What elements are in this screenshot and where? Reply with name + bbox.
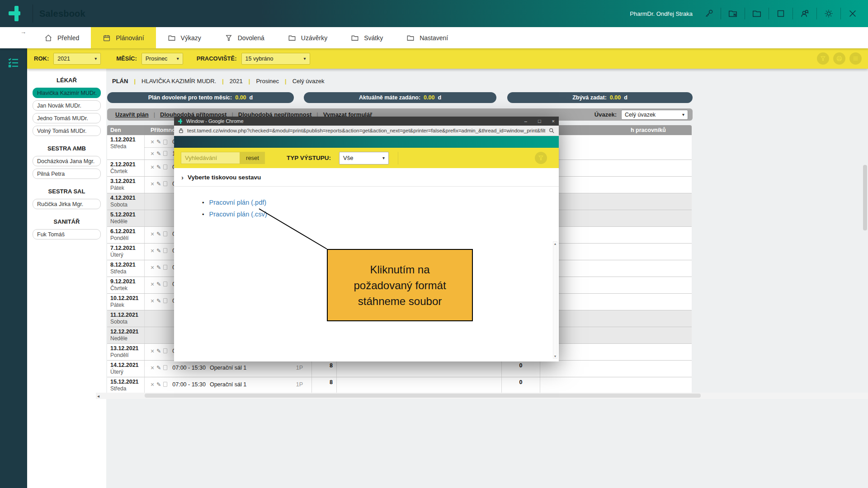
staff-item[interactable]: Jedno Tomáš MUDr. xyxy=(33,113,101,123)
staff-item[interactable]: Jan Novák MUDr. xyxy=(33,100,101,111)
output-type-select[interactable]: Vše▾ xyxy=(339,152,389,164)
folder-n-icon[interactable]: N xyxy=(727,8,738,19)
staff-item[interactable]: Hlavička Kazimír MUDr. xyxy=(33,88,101,98)
year-label: ROK: xyxy=(34,55,49,62)
year-select[interactable]: 2021▾ xyxy=(53,53,101,65)
note-icon[interactable] xyxy=(163,298,167,303)
delete-entry-icon[interactable]: × xyxy=(151,139,154,145)
delete-entry-icon[interactable]: × xyxy=(151,231,154,237)
popup-search-input[interactable]: Vyhledávání xyxy=(181,152,240,164)
popup-scrollbar[interactable]: ▲ ▼ xyxy=(553,241,557,359)
edit-entry-icon[interactable]: ✎ xyxy=(156,248,161,253)
delete-entry-icon[interactable]: × xyxy=(151,264,154,271)
edit-entry-icon[interactable]: ✎ xyxy=(156,164,161,170)
tab-uzaverky[interactable]: Uzávěrky xyxy=(276,27,339,48)
vertical-scrollbar-thumb[interactable] xyxy=(863,165,867,230)
row-dayname: Pondělí xyxy=(110,352,144,358)
tab-dovolena[interactable]: Dovolená xyxy=(213,27,276,48)
vertical-scrollbar[interactable] xyxy=(863,51,867,394)
note-icon[interactable] xyxy=(163,140,167,145)
report-section-header[interactable]: › Vyberte tiskovou sestavu xyxy=(174,168,559,187)
note-icon[interactable] xyxy=(163,181,167,186)
note-icon[interactable] xyxy=(163,382,167,387)
tab-svatky[interactable]: Svátky xyxy=(339,27,395,48)
scroll-down-icon[interactable]: ▼ xyxy=(554,355,557,358)
note-icon[interactable] xyxy=(163,231,167,236)
popup-funnel-button[interactable] xyxy=(535,152,547,164)
delete-entry-icon[interactable]: × xyxy=(151,298,154,304)
staff-item[interactable]: Ručička Jirka Mgr. xyxy=(33,199,101,209)
edit-entry-icon[interactable]: ✎ xyxy=(156,365,161,371)
scroll-left-icon[interactable]: ◂ xyxy=(97,394,99,399)
delete-entry-icon[interactable]: × xyxy=(151,381,154,388)
edit-entry-icon[interactable]: ✎ xyxy=(156,231,161,237)
horizontal-scrollbar[interactable]: ◂ xyxy=(96,393,868,399)
checklist-icon[interactable] xyxy=(6,56,21,70)
tab-prehled[interactable]: Přehled xyxy=(33,27,91,48)
edit-entry-icon[interactable]: ✎ xyxy=(156,181,161,187)
tab-planovani[interactable]: Plánování xyxy=(91,27,156,48)
tab-vykazy[interactable]: Výkazy xyxy=(156,27,213,48)
delete-entry-icon[interactable]: × xyxy=(151,281,154,287)
staff-item[interactable]: Fuk Tomáš xyxy=(33,229,101,239)
edit-entry-icon[interactable]: ✎ xyxy=(156,382,161,387)
month-select[interactable]: Prosinec▾ xyxy=(142,53,183,65)
delete-entry-icon[interactable]: × xyxy=(151,164,154,170)
window-icon[interactable] xyxy=(775,8,786,19)
edit-entry-icon[interactable]: ✎ xyxy=(156,348,161,354)
close-icon[interactable] xyxy=(847,8,858,19)
delete-entry-icon[interactable]: × xyxy=(151,248,154,254)
presence-cell[interactable]: ×✎07:00 - 15:30Operační sál 11P xyxy=(145,361,312,377)
edit-entry-icon[interactable]: ✎ xyxy=(156,282,161,287)
scroll-up-icon[interactable]: ▲ xyxy=(554,242,557,245)
reset-button[interactable]: reset xyxy=(240,152,265,164)
print-button[interactable] xyxy=(833,52,845,65)
pdf-report-link[interactable]: Pracovní plán (.pdf) xyxy=(209,199,267,206)
gear-icon[interactable] xyxy=(823,8,834,19)
note-icon[interactable] xyxy=(163,265,167,270)
edit-entry-icon[interactable]: ✎ xyxy=(156,139,161,145)
breadcrumb-item[interactable]: 2021 xyxy=(230,78,243,84)
minimize-icon[interactable]: – xyxy=(524,119,527,124)
header-icon-divider xyxy=(816,8,817,19)
edit-entry-icon[interactable]: ✎ xyxy=(156,265,161,270)
filter-funnel-button[interactable] xyxy=(817,52,829,65)
zoom-icon[interactable] xyxy=(549,128,554,133)
staff-item[interactable]: Pilná Petra xyxy=(33,169,101,179)
folder-icon[interactable] xyxy=(751,8,762,19)
menu-button[interactable] xyxy=(849,52,862,65)
delete-entry-icon[interactable]: × xyxy=(151,365,154,371)
edit-entry-icon[interactable]: ✎ xyxy=(156,151,161,156)
note-icon[interactable] xyxy=(163,151,167,156)
staff-group-title: LÉKAŘ xyxy=(27,77,106,84)
breadcrumb-item[interactable]: Celý úvazek xyxy=(292,78,325,84)
note-icon[interactable] xyxy=(163,282,167,286)
note-icon[interactable] xyxy=(163,248,167,253)
popup-url-bar[interactable]: test.tamed.cz/window.php?checked=&modul=… xyxy=(174,126,559,136)
nav-back-arrow-icon[interactable]: → xyxy=(20,28,26,35)
breadcrumb-item[interactable]: Prosinec xyxy=(256,78,279,84)
staff-item[interactable]: Volný Tomáš MUDr. xyxy=(33,126,101,136)
breadcrumb-item[interactable]: HLAVIČKA KAZIMÍR MUDR. xyxy=(142,78,216,84)
workplace-select[interactable]: 15 vybráno▾ xyxy=(241,53,310,65)
edit-entry-icon[interactable]: ✎ xyxy=(156,298,161,304)
delete-entry-icon[interactable]: × xyxy=(151,150,154,157)
key-icon[interactable] xyxy=(703,8,714,19)
csv-report-link[interactable]: Pracovní plán (.csv) xyxy=(209,211,267,218)
close-window-icon[interactable]: × xyxy=(552,119,555,124)
staff-item[interactable]: Docházková Jana Mgr. xyxy=(33,156,101,166)
uvazek-select[interactable]: Celý úvazek▾ xyxy=(621,110,688,120)
spacer-cell xyxy=(540,277,692,293)
note-icon[interactable] xyxy=(163,365,167,370)
maximize-icon[interactable]: □ xyxy=(538,119,541,124)
popup-title-bar[interactable]: Window - Google Chrome – □ × xyxy=(174,117,559,126)
note-icon[interactable] xyxy=(163,348,167,353)
presence-cell[interactable]: ×✎07:00 - 15:30Operační sál 11P xyxy=(145,377,312,394)
tab-nastaveni[interactable]: Nastavení xyxy=(395,27,460,48)
delete-entry-icon[interactable]: × xyxy=(151,181,154,187)
close-plan-link[interactable]: Uzavřít plán xyxy=(115,111,149,118)
horizontal-scrollbar-thumb[interactable] xyxy=(145,394,701,398)
delete-entry-icon[interactable]: × xyxy=(151,348,154,354)
note-icon[interactable] xyxy=(163,164,167,169)
user-search-icon[interactable] xyxy=(799,8,810,19)
